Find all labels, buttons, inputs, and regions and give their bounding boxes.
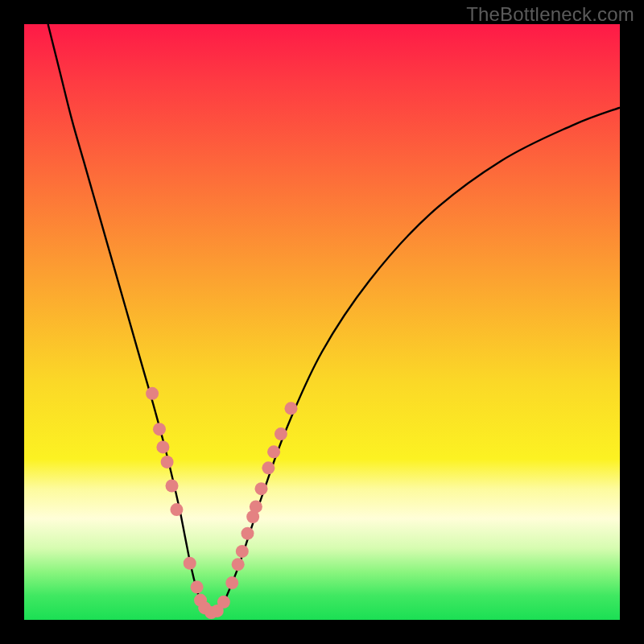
data-point bbox=[153, 423, 166, 436]
watermark-text: TheBottleneck.com bbox=[466, 3, 634, 26]
bottleneck-curve bbox=[48, 24, 620, 615]
data-point bbox=[250, 500, 262, 513]
data-point bbox=[232, 558, 245, 571]
data-point bbox=[262, 461, 275, 474]
data-point-group bbox=[146, 387, 297, 619]
chart-frame: TheBottleneck.com bbox=[0, 0, 644, 644]
curve-svg bbox=[24, 24, 620, 620]
data-point bbox=[166, 480, 179, 493]
data-point bbox=[242, 527, 254, 540]
data-point bbox=[217, 596, 230, 609]
data-point bbox=[191, 580, 204, 593]
data-point bbox=[161, 456, 174, 469]
data-point bbox=[255, 482, 268, 495]
data-point bbox=[184, 557, 196, 570]
data-point bbox=[170, 503, 183, 516]
data-point bbox=[275, 427, 287, 440]
data-point bbox=[156, 440, 169, 453]
data-point bbox=[236, 545, 249, 558]
data-point bbox=[146, 387, 159, 400]
data-point bbox=[285, 402, 298, 415]
data-point bbox=[267, 445, 280, 458]
plot-area bbox=[24, 24, 620, 620]
data-point bbox=[225, 576, 238, 589]
